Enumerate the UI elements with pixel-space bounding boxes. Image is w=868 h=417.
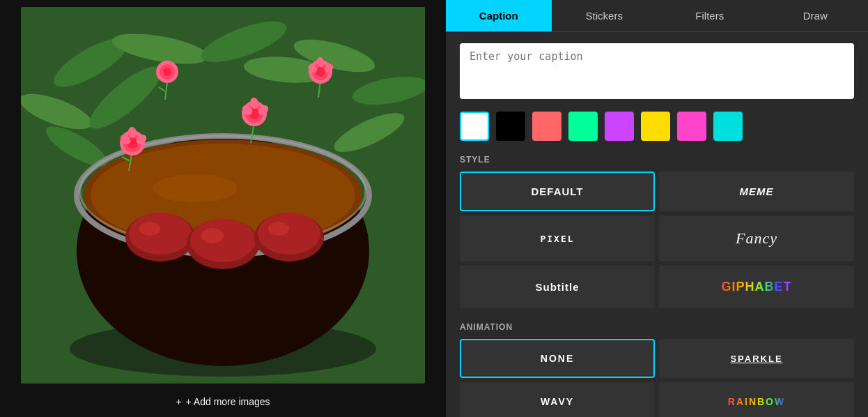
style-fancy[interactable]: Fancy — [659, 215, 854, 261]
tab-stickers[interactable]: Stickers — [552, 0, 658, 31]
style-subtitle[interactable]: Subtitle — [460, 266, 655, 308]
svg-point-23 — [201, 228, 224, 243]
anim-wavy[interactable]: WAVY — [460, 382, 655, 417]
svg-point-25 — [258, 213, 320, 255]
color-swatch-red[interactable] — [532, 112, 561, 141]
right-panel: Caption Stickers Filters Draw STYLE DEFA… — [446, 0, 868, 417]
style-meme[interactable]: MEME — [659, 172, 854, 211]
svg-point-22 — [190, 219, 256, 262]
color-swatch-yellow[interactable] — [641, 112, 670, 141]
image-preview — [21, 7, 425, 384]
anim-none[interactable]: NONE — [460, 339, 655, 378]
style-section-label: STYLE — [460, 155, 854, 165]
giphabet-text: GIPHABET — [721, 280, 791, 294]
rainbow-text: RAINBOW — [728, 396, 785, 407]
svg-point-51 — [163, 68, 171, 76]
add-more-button[interactable]: + + Add more images — [176, 391, 270, 413]
color-swatch-purple[interactable] — [605, 112, 634, 141]
tab-filters[interactable]: Filters — [657, 0, 763, 31]
color-swatch-white[interactable] — [460, 112, 489, 141]
color-swatch-green[interactable] — [568, 112, 598, 141]
color-swatch-pink[interactable] — [677, 112, 706, 141]
left-panel: + + Add more images — [0, 0, 446, 417]
svg-point-26 — [268, 222, 289, 236]
style-options: DEFAULT MEME PIXEL Fancy Subtitle GIPHAB… — [460, 172, 854, 308]
style-giphabet[interactable]: GIPHABET — [659, 266, 854, 308]
svg-point-20 — [139, 222, 160, 236]
svg-point-15 — [153, 174, 237, 202]
anim-sparkle[interactable]: SPARKLE — [659, 339, 854, 378]
svg-point-45 — [316, 67, 325, 77]
caption-content: STYLE DEFAULT MEME PIXEL Fancy Subtitle … — [446, 32, 868, 417]
tab-caption[interactable]: Caption — [446, 0, 552, 31]
caption-input[interactable] — [460, 43, 854, 99]
animation-options: NONE SPARKLE WAVY RAINBOW — [460, 339, 854, 417]
color-swatch-group — [460, 112, 854, 141]
tab-draw[interactable]: Draw — [763, 0, 869, 31]
anim-rainbow[interactable]: RAINBOW — [659, 382, 854, 417]
tab-bar: Caption Stickers Filters Draw — [446, 0, 868, 32]
color-swatch-black[interactable] — [496, 112, 525, 141]
style-pixel[interactable]: PIXEL — [460, 215, 655, 261]
animation-section-label: ANIMATION — [460, 322, 854, 332]
add-more-label: + Add more images — [186, 396, 270, 407]
color-swatch-cyan[interactable] — [713, 112, 743, 141]
plus-icon: + — [176, 396, 181, 407]
style-default[interactable]: DEFAULT — [460, 172, 655, 211]
svg-point-19 — [129, 213, 192, 255]
